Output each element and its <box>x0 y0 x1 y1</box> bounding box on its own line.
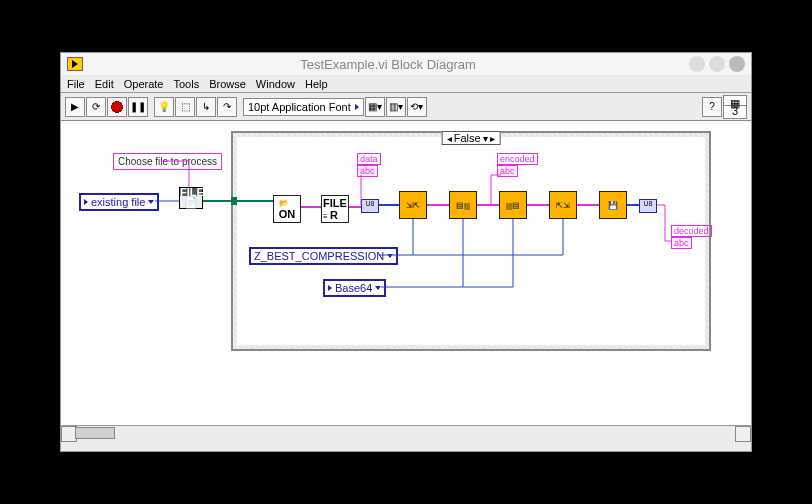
help-toolbar-button[interactable]: ? <box>702 97 722 117</box>
menu-browse[interactable]: Browse <box>209 78 246 90</box>
file-dialog-node[interactable]: FILE📄 <box>179 187 203 209</box>
ring-glyph-icon <box>84 199 88 205</box>
reorder-button[interactable]: ⟲▾ <box>407 97 427 117</box>
chevron-down-icon <box>387 254 393 258</box>
case-selector[interactable]: ◂ False ▾ ▸ <box>442 131 501 145</box>
connector-pane[interactable]: ▦ 3 <box>723 95 747 119</box>
menu-tools[interactable]: Tools <box>173 78 199 90</box>
string-to-u8-node[interactable]: U8 <box>361 199 379 213</box>
chevron-down-icon <box>375 286 381 290</box>
u8-to-string-node[interactable]: U8 <box>639 199 657 213</box>
menu-help[interactable]: Help <box>305 78 328 90</box>
zlib-inflate-node[interactable]: ⇱⇲ <box>549 191 577 219</box>
label-encoded: encoded <box>497 153 538 165</box>
window-title: TestExample.vi Block Diagram <box>91 57 685 72</box>
scroll-thumb[interactable] <box>75 427 115 439</box>
close-button[interactable] <box>729 56 745 72</box>
indicator-data[interactable]: abc <box>357 165 378 177</box>
write-file-node[interactable]: 💾 <box>599 191 627 219</box>
menu-edit[interactable]: Edit <box>95 78 114 90</box>
run-button[interactable]: ▶ <box>65 97 85 117</box>
ring-constant-base64[interactable]: Base64 <box>323 279 386 297</box>
step-over-button[interactable]: ↷ <box>217 97 237 117</box>
menu-bar: File Edit Operate Tools Browse Window He… <box>61 75 751 93</box>
horizontal-scrollbar[interactable] <box>61 425 751 439</box>
menu-file[interactable]: File <box>67 78 85 90</box>
indicator-encoded[interactable]: abc <box>497 165 518 177</box>
distribute-button[interactable]: ▥▾ <box>386 97 406 117</box>
case-inner <box>237 137 705 345</box>
run-cont-button[interactable]: ⟳ <box>86 97 106 117</box>
minimize-button[interactable] <box>689 56 705 72</box>
menu-operate[interactable]: Operate <box>124 78 164 90</box>
retain-button[interactable]: ⬚ <box>175 97 195 117</box>
align-button[interactable]: ▦▾ <box>365 97 385 117</box>
chevron-down-icon <box>148 200 154 204</box>
abort-button[interactable] <box>107 97 127 117</box>
ring-text: existing file <box>91 196 145 208</box>
font-selector[interactable]: 10pt Application Font <box>243 98 364 116</box>
title-bar: TestExample.vi Block Diagram <box>61 53 751 75</box>
label-decoded: decoded <box>671 225 712 237</box>
highlight-button[interactable]: 💡 <box>154 97 174 117</box>
zlib-deflate-node[interactable]: ⇲⇱ <box>399 191 427 219</box>
free-label-choose: Choose file to process <box>113 153 222 170</box>
base64-encode-node[interactable]: ▤||| <box>449 191 477 219</box>
menu-window[interactable]: Window <box>256 78 295 90</box>
ring-text: Z_BEST_COMPRESSION <box>254 250 384 262</box>
ring-text: Base64 <box>335 282 372 294</box>
step-into-button[interactable]: ↳ <box>196 97 216 117</box>
file-tab-label: FILE <box>180 188 202 196</box>
pause-button[interactable]: ❚❚ <box>128 97 148 117</box>
block-diagram-canvas[interactable]: Choose file to process existing file FIL… <box>61 121 751 425</box>
app-window: TestExample.vi Block Diagram File Edit O… <box>60 52 752 452</box>
case-value: False <box>454 132 481 144</box>
app-icon <box>67 57 83 71</box>
ring-constant-compression[interactable]: Z_BEST_COMPRESSION <box>249 247 398 265</box>
indicator-decoded[interactable]: abc <box>671 237 692 249</box>
base64-decode-node[interactable]: |||▤ <box>499 191 527 219</box>
ring-constant-existing-file[interactable]: existing file <box>79 193 159 211</box>
open-file-node[interactable]: 📂ON <box>273 195 301 223</box>
connector-count: 3 <box>724 106 746 116</box>
label-data: data <box>357 153 381 165</box>
chevron-down-icon <box>355 104 359 110</box>
toolbar: ▶ ⟳ ❚❚ 💡 ⬚ ↳ ↷ 10pt Application Font ▦▾ … <box>61 93 751 121</box>
maximize-button[interactable] <box>709 56 725 72</box>
read-file-node[interactable]: FILE≡ R <box>321 195 349 223</box>
ring-glyph-icon <box>328 285 332 291</box>
case-structure[interactable]: ◂ False ▾ ▸ <box>231 131 711 351</box>
font-label: 10pt Application Font <box>248 101 351 113</box>
